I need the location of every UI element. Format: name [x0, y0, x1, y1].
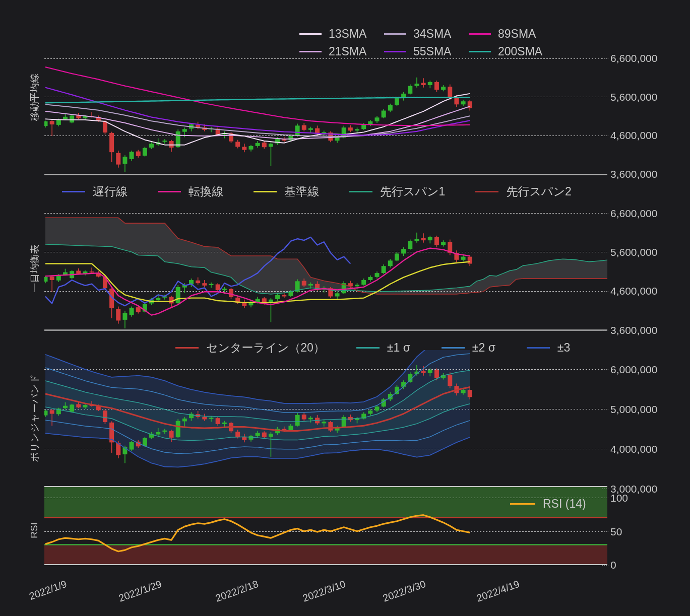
- legend-label: ±1 σ: [387, 341, 410, 355]
- legend-swatch-chikou: [62, 191, 85, 192]
- legend-item-55sma[interactable]: 55SMA: [384, 43, 469, 60]
- y-label: 5,600,000: [610, 91, 657, 103]
- legend-rsi: RSI (14): [510, 497, 586, 511]
- y-label: 50: [610, 526, 622, 538]
- legend-sma: 13SMA 34SMA 89SMA 21SMA 55SMA 200SMA: [299, 25, 553, 60]
- legend-swatch-200sma: [469, 51, 491, 52]
- legend-label: RSI (14): [543, 497, 586, 511]
- legend-item-89sma[interactable]: 89SMA: [469, 25, 553, 43]
- legend-label: ±3: [557, 341, 570, 355]
- legend-label: 89SMA: [498, 27, 536, 41]
- legend-item-chikou[interactable]: 遅行線: [62, 183, 128, 200]
- y-label: 5,000,000: [610, 403, 657, 416]
- legend-label: 34SMA: [413, 27, 451, 41]
- legend-label: 転換線: [189, 184, 223, 199]
- legend-swatch-tenkan: [158, 191, 181, 192]
- panel-title-ichimoku: 一目均衡表: [28, 245, 41, 293]
- legend-item-tenkan[interactable]: 転換線: [158, 183, 223, 200]
- legend-item-centerline[interactable]: センターライン（20）: [175, 339, 325, 357]
- y-label: 5,600,000: [610, 246, 657, 258]
- y-label: 4,600,000: [610, 285, 657, 297]
- legend-label: 13SMA: [329, 27, 366, 41]
- legend-label: 基準線: [284, 184, 319, 199]
- legend-label: 遅行線: [93, 184, 128, 199]
- legend-swatch-55sma: [384, 51, 406, 52]
- legend-swatch-sigma2: [442, 347, 465, 349]
- y-label: 6,600,000: [610, 52, 657, 64]
- chart-root: 移動平均線 一目均衡表 ボリンジャーバンド RSI 6,600,000 5,60…: [0, 0, 690, 616]
- y-label: 4,600,000: [610, 129, 657, 142]
- legend-swatch-rsi: [510, 503, 535, 505]
- legend-swatch-89sma: [469, 33, 491, 35]
- legend-item-rsi[interactable]: RSI (14): [510, 495, 586, 513]
- panel-title-sma: 移動平均線: [28, 74, 41, 121]
- legend-label: 21SMA: [329, 45, 366, 58]
- legend-item-13sma[interactable]: 13SMA: [299, 25, 384, 43]
- legend-bollinger: センターライン（20） ±1 σ ±2 σ ±3: [175, 340, 570, 355]
- legend-swatch-senkou2: [475, 191, 498, 192]
- y-label: 100: [610, 492, 628, 504]
- legend-item-34sma[interactable]: 34SMA: [384, 25, 469, 43]
- y-label: 3,600,000: [610, 168, 657, 180]
- y-label: 4,000,000: [610, 443, 657, 455]
- legend-swatch-21sma: [299, 51, 322, 52]
- legend-swatch-kijun: [254, 191, 277, 192]
- legend-label: 200SMA: [498, 45, 542, 58]
- chart-canvas[interactable]: [0, 0, 690, 616]
- legend-item-kijun[interactable]: 基準線: [254, 183, 319, 200]
- y-label: 0: [610, 559, 616, 571]
- legend-item-sigma1[interactable]: ±1 σ: [356, 339, 410, 357]
- legend-item-sigma3[interactable]: ±3: [527, 339, 570, 357]
- y-label: 6,000,000: [610, 364, 657, 376]
- legend-label: 先行スパン2: [506, 184, 571, 199]
- legend-swatch-34sma: [384, 33, 406, 35]
- panel-title-rsi: RSI: [29, 522, 40, 538]
- legend-label: ±2 σ: [472, 341, 495, 355]
- y-label: 6,600,000: [610, 208, 657, 220]
- panel-title-bollinger: ボリンジャーバンド: [28, 374, 41, 462]
- legend-ichimoku: 遅行線 転換線 基準線 先行スパン1 先行スパン2: [62, 184, 572, 198]
- legend-swatch-senkou1: [349, 191, 372, 192]
- legend-swatch-centerline: [175, 347, 199, 349]
- legend-swatch-sigma3: [527, 347, 550, 349]
- y-label: 3,600,000: [610, 324, 657, 336]
- legend-swatch-sigma1: [356, 347, 380, 349]
- legend-label: センターライン（20）: [206, 340, 325, 356]
- legend-item-21sma[interactable]: 21SMA: [299, 43, 384, 60]
- legend-label: 先行スパン1: [380, 184, 445, 199]
- legend-label: 55SMA: [413, 45, 451, 58]
- legend-item-senkou2[interactable]: 先行スパン2: [475, 183, 571, 200]
- legend-item-sigma2[interactable]: ±2 σ: [442, 339, 495, 357]
- legend-item-200sma[interactable]: 200SMA: [469, 43, 553, 60]
- legend-item-senkou1[interactable]: 先行スパン1: [349, 183, 445, 200]
- legend-swatch-13sma: [299, 33, 322, 35]
